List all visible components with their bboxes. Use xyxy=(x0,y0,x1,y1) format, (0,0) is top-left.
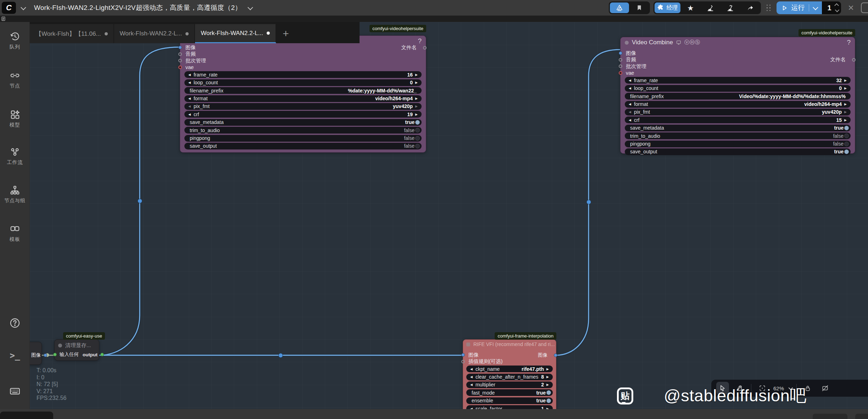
toggle-dot[interactable] xyxy=(844,134,849,138)
decrement-arrow-icon[interactable]: ◀ xyxy=(188,97,191,100)
widget-scale_factor[interactable]: ◀scale_factor1▶ xyxy=(466,405,553,409)
widget-clear_cache_after_n_frames[interactable]: ◀clear_cache_after_n_frames8▶ xyxy=(466,374,553,380)
window-button[interactable] xyxy=(861,2,868,13)
increment-arrow-icon[interactable]: ▶ xyxy=(414,73,418,77)
widget-trim_to_audio[interactable]: trim_to_audiofalse xyxy=(625,132,851,139)
decrement-arrow-icon[interactable]: ◀ xyxy=(628,110,632,114)
widget-trim_to_audio[interactable]: trim_to_audiofalse xyxy=(184,127,422,134)
port-dot[interactable] xyxy=(619,64,622,68)
unsaved-dot-icon[interactable] xyxy=(185,32,189,35)
decrement-arrow-icon[interactable]: ◀ xyxy=(628,102,632,106)
reroute-dot[interactable] xyxy=(278,353,283,358)
run-options-chevron-icon[interactable] xyxy=(813,5,818,10)
toggle-dot[interactable] xyxy=(844,126,849,130)
widget-multiplier[interactable]: ◀multiplier2▶ xyxy=(466,381,553,388)
reroute-dot[interactable] xyxy=(586,200,591,204)
increment-arrow-icon[interactable]: ▶ xyxy=(414,113,418,116)
node-title-bar[interactable]: Video Combine ⓋⒽⓈ ? xyxy=(621,37,855,48)
bottom-right-button[interactable] xyxy=(855,414,868,419)
widget-format[interactable]: ◀formatvideo/h264-mp4▶ xyxy=(184,95,422,102)
port-dot[interactable] xyxy=(53,353,57,356)
node-partial-left[interactable]: 图像 xyxy=(30,342,42,365)
input-port-vae[interactable]: vae xyxy=(621,70,855,77)
toggle-dot[interactable] xyxy=(844,142,849,146)
canvas-view-button[interactable] xyxy=(610,2,629,13)
input-port-anything[interactable]: 输入任何 xyxy=(57,351,79,358)
widget-pingpong[interactable]: pingpongfalse xyxy=(184,135,422,142)
spinner-up-icon[interactable] xyxy=(834,3,839,8)
widget-frame_rate[interactable]: ◀frame_rate16▶ xyxy=(184,71,422,78)
input-port-vae[interactable]: vae xyxy=(180,64,426,71)
port-dot[interactable] xyxy=(461,360,465,363)
widget-frame_rate[interactable]: ◀frame_rate32▶ xyxy=(625,77,851,84)
widget-save_output[interactable]: save_outputfalse xyxy=(184,143,422,149)
widget-ensemble[interactable]: ensembletrue xyxy=(466,397,553,404)
decrement-arrow-icon[interactable]: ◀ xyxy=(628,86,632,90)
port-dot[interactable] xyxy=(423,46,427,50)
node-rife-vfi[interactable]: RIFE VFI (recommend rife47 and ri... 图像 … xyxy=(463,339,556,409)
widget-crf[interactable]: ◀crf19▶ xyxy=(184,111,422,118)
toggle-dot[interactable] xyxy=(546,390,551,395)
widget-crf[interactable]: ◀crf15▶ xyxy=(625,117,851,123)
sidebar-item-help[interactable] xyxy=(0,317,30,329)
sidebar-item-templates[interactable]: 模板 xyxy=(0,223,30,243)
widget-ckpt_name[interactable]: ◀ckpt_namerife47.pth▶ xyxy=(466,366,553,372)
decrement-arrow-icon[interactable]: ◀ xyxy=(188,113,191,116)
manager-button[interactable]: 经理 xyxy=(655,2,680,13)
increment-arrow-icon[interactable]: ▶ xyxy=(844,79,847,82)
decrement-arrow-icon[interactable]: ◀ xyxy=(188,81,191,84)
port-dot[interactable] xyxy=(178,66,182,69)
run-button[interactable]: 运行 xyxy=(777,1,822,14)
title-dropdown-chevron-icon[interactable] xyxy=(248,5,254,10)
port-dot[interactable] xyxy=(178,59,182,62)
port-dot[interactable] xyxy=(619,71,622,75)
input-port-图像[interactable]: 图像 xyxy=(180,44,426,51)
tab-workflow-3-active[interactable]: Work-FIsh-WAN2.2-L... xyxy=(195,24,276,43)
decrement-arrow-icon[interactable]: ◀ xyxy=(188,73,191,77)
unload-models-button[interactable] xyxy=(701,2,720,13)
decrement-arrow-icon[interactable]: ◀ xyxy=(628,79,632,82)
increment-arrow-icon[interactable]: ▶ xyxy=(844,110,847,114)
collapse-dot-icon[interactable] xyxy=(58,344,62,347)
unsaved-dot-icon[interactable] xyxy=(105,32,108,35)
port-dot[interactable] xyxy=(44,353,47,357)
comfyui-logo[interactable]: C xyxy=(2,2,16,14)
widget-format[interactable]: ◀formatvideo/h264-mp4▶ xyxy=(625,101,851,108)
input-port-插值规则(可选)[interactable]: 插值规则(可选) xyxy=(463,358,556,365)
port-dot[interactable] xyxy=(554,353,557,357)
sidebar-item-queue[interactable]: 队列 xyxy=(0,31,30,50)
decrement-arrow-icon[interactable]: ◀ xyxy=(469,383,473,386)
widget-pix_fmt[interactable]: ◀pix_fmtyuv420p▶ xyxy=(184,103,422,110)
port-dot[interactable] xyxy=(178,52,182,56)
new-tab-button[interactable]: + xyxy=(276,24,295,43)
clipboard-icon[interactable] xyxy=(1,16,6,21)
widget-fast_mode[interactable]: fast_modetrue xyxy=(466,389,553,396)
node-video-combine-right[interactable]: Video Combine ⓋⒽⓈ ? 文件名 图像音频批次管理vae ◀fra… xyxy=(620,37,855,154)
sidebar-item-nodes-groups[interactable]: 节点与组 xyxy=(0,185,30,204)
node-title-bar[interactable]: 清理显存... xyxy=(55,340,99,351)
bottom-panel-handle[interactable] xyxy=(0,412,53,419)
increment-arrow-icon[interactable]: ▶ xyxy=(844,102,847,106)
output-port-filename[interactable]: 文件名 xyxy=(401,44,423,51)
node-clean-vram[interactable]: 清理显存... 输入任何 output xyxy=(54,339,99,361)
input-port-图像[interactable]: 图像 xyxy=(621,50,855,57)
share-button[interactable] xyxy=(741,2,760,13)
increment-arrow-icon[interactable]: ▶ xyxy=(844,118,847,122)
increment-arrow-icon[interactable]: ▶ xyxy=(546,375,550,379)
widget-pix_fmt[interactable]: ◀pix_fmtyuv420p▶ xyxy=(625,109,851,115)
port-dot[interactable] xyxy=(619,58,622,62)
toggle-dot[interactable] xyxy=(415,136,420,141)
sidebar-item-workflows[interactable]: 工作流 xyxy=(0,147,30,166)
logo-menu-chevron-icon[interactable] xyxy=(21,5,26,10)
output-port-image[interactable]: 图像 xyxy=(538,352,553,358)
node-help-icon[interactable]: ? xyxy=(847,39,851,46)
port-dot[interactable] xyxy=(619,51,622,55)
output-port-output[interactable]: output xyxy=(83,352,96,357)
input-port-批次管理[interactable]: 批次管理 xyxy=(180,57,426,64)
port-dot[interactable] xyxy=(461,353,465,357)
widget-filename_prefix[interactable]: filename_prefixVideo/%date:yyyy-MM-dd%/%… xyxy=(625,93,851,100)
sidebar-item-models[interactable]: 模型 xyxy=(0,109,30,128)
toggle-dot[interactable] xyxy=(415,120,420,125)
sidebar-item-terminal[interactable]: >_ xyxy=(0,351,30,361)
input-port-批次管理[interactable]: 批次管理 xyxy=(621,63,855,70)
